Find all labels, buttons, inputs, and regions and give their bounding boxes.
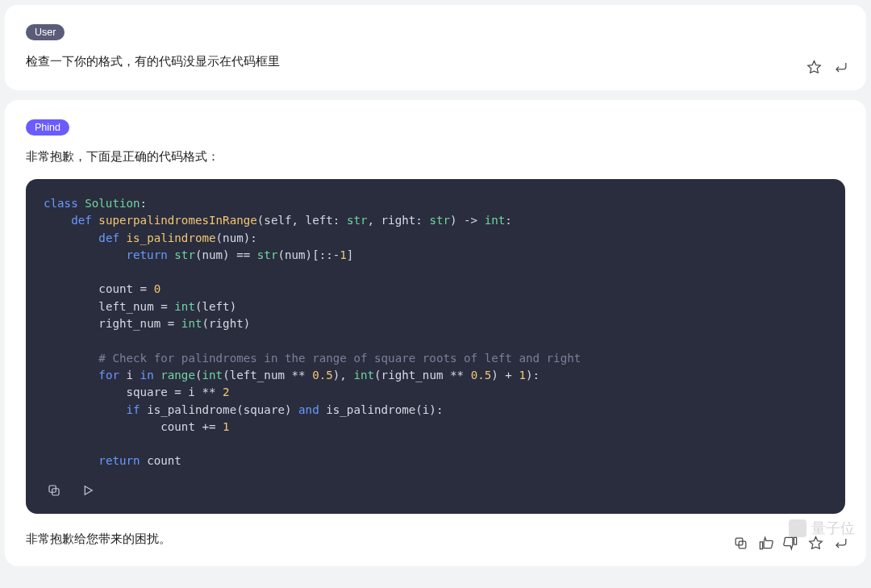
copy-response-icon[interactable] [733, 536, 748, 553]
phind-message-actions [733, 536, 848, 553]
return-icon[interactable] [833, 60, 848, 77]
copy-icon[interactable] [47, 483, 61, 503]
phind-footer-text: 非常抱歉给您带来的困扰。 [26, 532, 845, 547]
thumbs-down-icon[interactable] [783, 536, 798, 553]
thumbs-up-icon[interactable] [758, 536, 773, 553]
code-block: class Solution: def superpalindromesInRa… [26, 179, 845, 514]
user-message-text: 检查一下你的格式，有的代码没显示在代码框里 [26, 52, 845, 71]
user-badge: User [26, 24, 65, 40]
phind-intro-text: 非常抱歉，下面是正确的代码格式： [26, 147, 845, 166]
phind-badge: Phind [26, 119, 69, 136]
star-icon[interactable] [806, 60, 822, 77]
star-icon[interactable] [808, 536, 823, 553]
code-actions [44, 483, 827, 503]
phind-message-card: Phind 非常抱歉，下面是正确的代码格式： class Solution: d… [5, 100, 866, 566]
return-icon[interactable] [833, 536, 848, 553]
user-message-card: User 检查一下你的格式，有的代码没显示在代码框里 [5, 5, 866, 90]
code-content: class Solution: def superpalindromesInRa… [44, 195, 827, 470]
play-icon[interactable] [81, 483, 95, 503]
user-message-actions [806, 60, 848, 77]
